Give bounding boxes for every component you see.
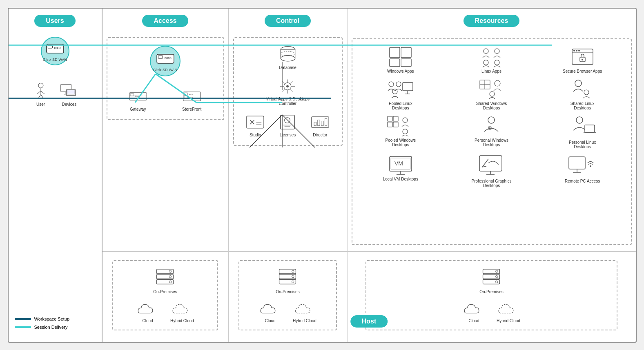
svg-point-3 xyxy=(38,83,43,88)
remote-pc-cell: Remote PC Access xyxy=(538,153,627,189)
access-on-premises-label: On-Premises xyxy=(153,290,177,294)
shared-windows-label: Shared Windows Desktops xyxy=(471,101,512,110)
control-cloud-row: Cloud Hybrid Cloud xyxy=(256,299,320,325)
svg-point-29 xyxy=(281,55,295,61)
svg-rect-46 xyxy=(281,115,294,129)
pooled-windows-label: Pooled Windows Desktops xyxy=(380,138,421,147)
svg-rect-126 xyxy=(279,269,296,274)
svg-point-71 xyxy=(396,82,401,87)
svg-rect-63 xyxy=(572,49,593,65)
svg-point-69 xyxy=(582,59,583,60)
svg-text:8888: 8888 xyxy=(54,46,61,50)
prof-graphics-label: Professional Graphics Desktops xyxy=(471,179,512,188)
secure-browser-cell: Secure Browser Apps xyxy=(538,45,627,75)
svg-rect-58 xyxy=(401,59,411,67)
linux-apps-label: Linux Apps xyxy=(481,69,501,74)
pooled-windows-cell: Pooled Windows Desktops xyxy=(357,114,445,151)
users-sdwan-icon: 8888 Citrix SD-WAN xyxy=(41,37,69,67)
host-access: On-Premises Cloud xyxy=(103,252,229,342)
resources-badge: Resources xyxy=(464,15,520,27)
session-legend: Session Delivery xyxy=(15,325,70,330)
svg-point-93 xyxy=(576,117,583,123)
pooled-linux-cell: Pooled Linux Desktops xyxy=(357,78,445,112)
svg-point-65 xyxy=(573,50,575,51)
resources-grid: Windows Apps xyxy=(357,45,627,189)
svg-point-89 xyxy=(488,117,495,123)
control-on-premises-label: On-Premises xyxy=(276,290,299,294)
studio-icon: Studio xyxy=(246,113,264,137)
workspace-legend: Workspace Setup xyxy=(15,317,70,321)
resources-cloud-label: Cloud xyxy=(469,319,479,323)
svg-point-81 xyxy=(575,80,582,87)
access-cloud-icon: Cloud xyxy=(136,301,159,323)
users-badge: Users xyxy=(34,15,75,27)
resources-on-premises-icon: On-Premises xyxy=(479,268,503,294)
access-devices-row: 8888 Gateway o o o xyxy=(114,86,217,113)
access-badge: Access xyxy=(142,15,188,27)
workspace-line xyxy=(15,318,31,320)
users-sdwan-label: Citrix SD-WAN xyxy=(43,58,67,62)
control-cloud-icon: Cloud xyxy=(259,301,281,323)
director-icon: Director xyxy=(311,113,329,137)
svg-rect-102 xyxy=(479,156,502,171)
remote-pc-label: Remote PC Access xyxy=(565,179,600,183)
resources-on-premises-label: On-Premises xyxy=(479,290,503,294)
svg-text:o o o: o o o xyxy=(189,93,193,95)
workspace-legend-label: Workspace Setup xyxy=(34,317,70,321)
gateway-label: Gateway xyxy=(130,107,146,111)
access-hybrid-label: Hybrid Cloud xyxy=(170,319,194,323)
gateway-icon: 8888 Gateway xyxy=(129,87,147,111)
devices-icon: Devices xyxy=(60,82,78,107)
host-section: On-Premises Cloud xyxy=(103,252,636,342)
users-panel: Users 8888 Citrix SD-WAN xyxy=(9,9,103,342)
svg-rect-55 xyxy=(390,47,400,58)
linux-apps-cell: Linux Apps xyxy=(447,45,536,75)
svg-rect-121 xyxy=(157,274,174,279)
svg-point-79 xyxy=(495,80,500,86)
access-cloud-row: Cloud Hybrid Cloud xyxy=(133,299,197,325)
svg-line-37 xyxy=(290,81,293,84)
svg-point-66 xyxy=(576,50,577,51)
shared-windows-cell: Shared Windows Desktops xyxy=(447,78,536,112)
database-label: Database xyxy=(279,65,296,70)
host-control: On-Premises Cloud xyxy=(229,252,348,342)
access-hybrid-icon: Hybrid Cloud xyxy=(170,301,194,323)
svg-text:VM: VM xyxy=(394,160,403,167)
personal-linux-cell: Personal Linux Desktops xyxy=(538,114,627,151)
svg-rect-134 xyxy=(483,279,500,284)
controller-icon: Virtual Apps & DesktopsController xyxy=(266,77,310,106)
svg-rect-56 xyxy=(401,47,411,58)
prof-graphics-cell: Professional Graphics Desktops xyxy=(447,153,536,189)
svg-point-40 xyxy=(287,85,289,87)
director-label: Director xyxy=(313,133,327,137)
svg-rect-86 xyxy=(393,122,398,127)
resources-hybrid-label: Hybrid Cloud xyxy=(497,319,520,323)
svg-text:8888: 8888 xyxy=(135,95,140,97)
svg-text:o o o: o o o xyxy=(189,96,193,98)
svg-rect-132 xyxy=(483,269,500,274)
svg-rect-14 xyxy=(67,90,75,94)
host-access-dashed: On-Premises Cloud xyxy=(112,260,218,330)
resources-cloud-icon: Cloud xyxy=(463,301,485,323)
studio-label: Studio xyxy=(250,133,261,137)
resources-cloud-row: Cloud Hybrid Cloud xyxy=(459,299,524,325)
svg-line-6 xyxy=(41,91,45,94)
controller-label: Virtual Apps & DesktopsController xyxy=(266,97,310,106)
host-badge-container: Host xyxy=(350,315,388,336)
svg-point-67 xyxy=(578,50,580,51)
personal-windows-label: Personal Windows Desktops xyxy=(471,138,512,147)
control-dashed-box: Database xyxy=(233,37,343,146)
svg-line-36 xyxy=(282,81,285,84)
svg-point-60 xyxy=(495,49,499,54)
control-cloud-label: Cloud xyxy=(265,319,276,323)
access-on-premises-icon: On-Premises xyxy=(153,268,177,294)
control-badge: Control xyxy=(265,15,311,27)
pooled-linux-label: Pooled Linux Desktops xyxy=(380,101,421,110)
host-resources: On-Premises Cloud xyxy=(348,252,636,342)
svg-point-70 xyxy=(389,82,394,87)
local-vm-label: Local VM Desktops xyxy=(383,177,418,181)
secure-browser-label: Secure Browser Apps xyxy=(563,69,602,74)
control-panel: Control Database xyxy=(229,9,348,251)
control-apps-row: Studio Licenses xyxy=(240,111,336,139)
access-sdwan: 8888 Citrix SD-WAN xyxy=(150,46,180,78)
